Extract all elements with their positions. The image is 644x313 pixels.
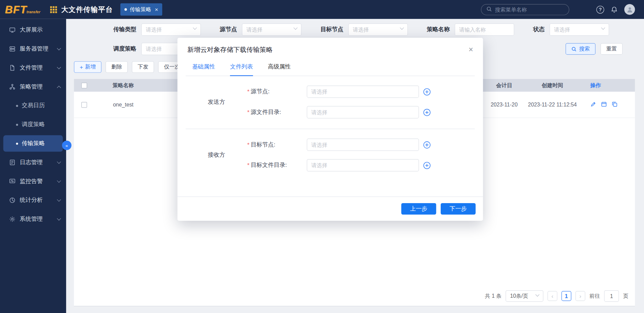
tab-advanced-attributes[interactable]: 高级属性: [268, 60, 291, 76]
calendar-icon[interactable]: [601, 101, 607, 109]
stats-pie-icon: [9, 197, 16, 203]
app-stage: BFT transfer 大文件传输平台 传输策略 × ?: [0, 0, 644, 313]
sidebar-item-monitoring[interactable]: 监控告警: [0, 172, 66, 191]
help-icon[interactable]: ?: [596, 5, 604, 13]
required-asterisk: *: [247, 162, 250, 169]
target-dir-row: * 目标文件目录:: [247, 159, 431, 171]
policy-nodes-icon: [9, 83, 16, 90]
logo-subtext: transfer: [26, 9, 40, 14]
sender-section: 发送方 * 源节点: * 源文件目录:: [178, 76, 483, 129]
prev-step-button[interactable]: 上一步: [401, 203, 436, 215]
row-checkbox[interactable]: [81, 102, 87, 107]
edit-icon[interactable]: [590, 101, 596, 109]
source-dir-select-input[interactable]: [307, 106, 419, 118]
add-source-dir-icon[interactable]: [423, 108, 431, 116]
tab-close-icon[interactable]: ×: [155, 6, 158, 13]
next-page-button[interactable]: ›: [576, 291, 585, 301]
target-node-input[interactable]: [348, 23, 408, 36]
monitor-alert-icon: [9, 178, 16, 184]
sidebar-item-policy[interactable]: 策略管理: [0, 77, 66, 96]
copy-icon[interactable]: [611, 101, 618, 109]
prev-page-button[interactable]: ‹: [547, 291, 557, 301]
header-actions: ?: [481, 4, 644, 15]
pagination: 共 1 条 10条/页 ‹ 1 › 前往 页: [74, 286, 635, 306]
column-header-ops: 操作: [581, 82, 635, 89]
sidebar-subitem-transfer-policy[interactable]: 传输策略: [3, 135, 63, 152]
user-avatar[interactable]: [624, 4, 635, 15]
page-size-select[interactable]: 10条/页: [505, 290, 543, 302]
tab-transfer-policy[interactable]: 传输策略 ×: [120, 3, 162, 16]
gear-icon: [9, 216, 16, 222]
chevron-up-icon: [57, 85, 61, 90]
top-header: BFT transfer 大文件传输平台 传输策略 × ?: [0, 0, 644, 19]
cell-created: 2023-11-22 11:12:54: [524, 101, 581, 107]
filter-label: 策略名称: [427, 26, 450, 33]
logo: BFT transfer: [0, 3, 48, 16]
active-tab-dot: [124, 8, 127, 11]
policy-name-input[interactable]: [455, 23, 514, 36]
source-dir-row: * 源文件目录:: [247, 106, 431, 118]
modal-tabs: 基础属性 文件列表 高级属性: [186, 60, 475, 76]
policy-name-field[interactable]: [455, 23, 514, 36]
sidebar-subitem-trade-calendar[interactable]: 交易日历: [0, 96, 66, 115]
sidebar-item-statistics[interactable]: 统计分析: [0, 191, 66, 210]
filter-transfer-type: 传输类型: [113, 23, 201, 36]
total-count: 共 1 条: [485, 292, 501, 300]
screen-icon: [9, 27, 16, 33]
sidebar-item-servers[interactable]: 服务器管理: [0, 39, 66, 58]
search-button[interactable]: 搜索: [565, 43, 596, 55]
page-1-button[interactable]: 1: [561, 291, 571, 301]
field-label: * 源文件目录:: [247, 109, 307, 116]
source-node-row: * 源节点:: [247, 85, 431, 98]
add-target-dir-icon[interactable]: [423, 161, 431, 169]
required-asterisk: *: [247, 141, 250, 148]
menu-search-input[interactable]: [495, 6, 557, 13]
field-label: * 目标节点:: [247, 141, 307, 149]
column-header-policy-name: 策略名称: [95, 82, 152, 89]
add-source-node-icon[interactable]: [423, 88, 431, 96]
file-icon: [9, 64, 16, 71]
sidebar-item-files[interactable]: 文件管理: [0, 58, 66, 77]
target-dir-select-input[interactable]: [307, 159, 419, 171]
delete-button[interactable]: 删除: [106, 61, 128, 73]
sidebar-subitem-schedule-policy[interactable]: 调度策略: [0, 115, 66, 134]
receiver-group-label: 接收方: [186, 139, 247, 172]
menu-search[interactable]: [481, 4, 569, 15]
goto-page-input[interactable]: [604, 290, 619, 302]
tab-file-list[interactable]: 文件列表: [230, 60, 253, 76]
transfer-type-select[interactable]: [141, 23, 201, 36]
sidebar-item-dashboard[interactable]: 大屏展示: [0, 21, 66, 40]
add-target-node-icon[interactable]: [423, 141, 431, 149]
sidebar-item-logs[interactable]: 日志管理: [0, 153, 66, 172]
app-window: BFT transfer 大文件传输平台 传输策略 × ?: [0, 0, 644, 313]
add-button[interactable]: + 新增: [74, 61, 101, 73]
close-icon[interactable]: ×: [469, 46, 473, 54]
target-node-row: * 目标节点:: [247, 139, 431, 151]
cell-acct-date: 2023-11-20: [485, 101, 524, 109]
column-header-created: 创建时间: [524, 82, 581, 89]
collapse-icon: «: [65, 143, 68, 148]
source-node-input[interactable]: [242, 23, 302, 36]
bullet-dot: [16, 105, 18, 107]
dispatch-button[interactable]: 下发: [132, 61, 154, 73]
target-node-select-input[interactable]: [307, 139, 419, 151]
source-node-select-input[interactable]: [307, 85, 419, 98]
filter-label: 源节点: [220, 26, 237, 33]
cell-policy-name: one_test: [95, 101, 152, 107]
target-node-select[interactable]: [348, 23, 408, 36]
tab-basic-attributes[interactable]: 基础属性: [192, 60, 215, 76]
next-step-button[interactable]: 下一步: [441, 203, 476, 215]
chevron-down-icon: [57, 46, 61, 50]
reset-button[interactable]: 重置: [600, 43, 622, 55]
select-all-checkbox[interactable]: [81, 82, 87, 88]
notifications-bell-icon[interactable]: [611, 6, 618, 13]
sidebar-item-system[interactable]: 系统管理: [0, 210, 66, 229]
logo-text: BFT: [5, 3, 27, 16]
filter-actions: 搜索 重置: [565, 43, 623, 55]
transfer-type-input[interactable]: [141, 23, 201, 36]
status-input[interactable]: [549, 23, 609, 36]
status-select[interactable]: [549, 23, 609, 36]
source-node-select[interactable]: [242, 23, 302, 36]
apps-grid-icon[interactable]: [50, 6, 57, 13]
sidebar-collapse-handle[interactable]: «: [62, 141, 71, 150]
